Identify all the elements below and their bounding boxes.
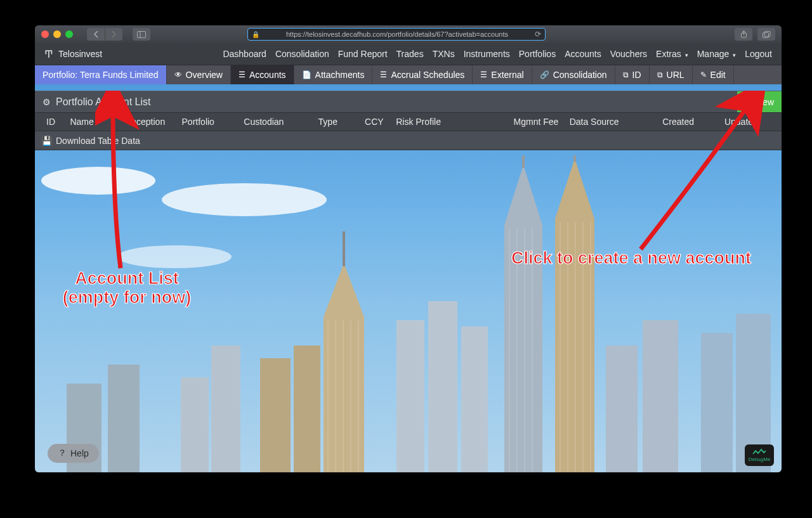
background-skyline-image <box>35 155 782 472</box>
copy-icon: ⧉ <box>657 70 663 79</box>
tab-url[interactable]: ⧉ URL <box>650 65 693 84</box>
svg-rect-10 <box>181 377 209 472</box>
col-updated[interactable]: Updated <box>719 117 775 127</box>
nav-logout[interactable]: Logout <box>745 49 772 59</box>
tab-consolidation[interactable]: 🔗 Consolidation <box>532 65 615 84</box>
brand-icon: Ͳ <box>44 48 53 60</box>
chevron-down-icon: ▾ <box>685 52 688 58</box>
minimize-window-button[interactable] <box>53 30 61 38</box>
url-bar[interactable]: 🔒 https://telosinvest.decafhub.com/portf… <box>247 28 546 41</box>
help-label: Help <box>70 448 89 458</box>
col-mgmnt-fee[interactable]: Mgmnt Fee <box>509 117 565 127</box>
nav-consolidation[interactable]: Consolidation <box>275 49 329 59</box>
col-type[interactable]: Type <box>313 117 360 127</box>
tab-accounts[interactable]: ☰ Accounts <box>231 65 294 84</box>
back-button[interactable] <box>87 28 105 41</box>
table-header-row: ID Name Inception Portfolio Custodian Ty… <box>35 112 782 131</box>
svg-marker-13 <box>324 263 364 317</box>
col-portfolio[interactable]: Portfolio <box>177 117 239 127</box>
portfolio-title-tab[interactable]: Portfolio: Terra Funds Limited <box>35 65 167 84</box>
nav-manage[interactable]: Manage ▾ <box>697 49 736 59</box>
col-inception[interactable]: Inception <box>124 117 176 127</box>
svg-marker-21 <box>504 165 542 225</box>
nav-extras[interactable]: Extras ▾ <box>656 49 688 59</box>
svg-point-7 <box>117 245 232 268</box>
content-area: Portfolio: Terra Funds Limited 👁 Overvie… <box>35 65 782 472</box>
svg-rect-27 <box>643 320 678 472</box>
svg-rect-23 <box>555 219 594 472</box>
file-icon: 📄 <box>302 70 311 79</box>
edit-icon: ✎ <box>700 70 707 79</box>
nav-vouchers[interactable]: Vouchers <box>610 49 647 59</box>
nav-portfolios[interactable]: Portfolios <box>519 49 556 59</box>
svg-rect-4 <box>764 31 770 36</box>
list-icon: ☰ <box>380 70 387 79</box>
tab-id[interactable]: ⧉ ID <box>615 65 650 84</box>
col-id[interactable]: ID <box>41 117 65 127</box>
nav-button-group <box>87 28 122 41</box>
svg-rect-26 <box>606 346 638 472</box>
download-label: Download Table Data <box>56 136 140 146</box>
svg-rect-12 <box>324 317 364 472</box>
brand[interactable]: Ͳ Telosinvest <box>44 48 102 60</box>
nav-dashboard[interactable]: Dashboard <box>223 49 266 59</box>
list-icon: ☰ <box>480 70 487 79</box>
lock-icon: 🔒 <box>252 31 259 38</box>
help-button[interactable]: ？ Help <box>48 444 99 463</box>
svg-rect-28 <box>701 333 733 472</box>
svg-rect-15 <box>260 358 291 472</box>
tabs-button[interactable] <box>757 28 775 41</box>
nav-accounts[interactable]: Accounts <box>565 49 601 59</box>
svg-point-5 <box>41 167 155 195</box>
plus-icon: ＋ <box>745 96 754 108</box>
account-list-panel: ⚙ Portfolio Account List ＋ New ID Name I… <box>35 91 782 150</box>
forward-button[interactable] <box>105 28 122 41</box>
panel-title: Portfolio Account List <box>56 96 150 108</box>
tab-edit[interactable]: ✎ Edit <box>693 65 734 84</box>
svg-rect-11 <box>211 346 240 472</box>
app-navbar: Ͳ Telosinvest Dashboard Consolidation Fu… <box>35 43 782 65</box>
nav-instruments[interactable]: Instruments <box>464 49 510 59</box>
svg-marker-24 <box>555 159 594 219</box>
debugme-widget[interactable]: DebugMe <box>745 444 774 466</box>
debugme-icon <box>752 448 766 456</box>
nav-trades[interactable]: Trades <box>396 49 424 59</box>
share-button[interactable] <box>735 28 752 41</box>
close-window-button[interactable] <box>41 30 49 38</box>
nav-txns[interactable]: TXNs <box>433 49 455 59</box>
tab-attachments[interactable]: 📄 Attachments <box>294 65 373 84</box>
col-ccy[interactable]: CCY <box>360 117 391 127</box>
col-data-source[interactable]: Data Source <box>565 117 657 127</box>
download-table-data-button[interactable]: 💾 Download Table Data <box>35 131 782 150</box>
browser-window: 🔒 https://telosinvest.decafhub.com/portf… <box>35 25 782 472</box>
question-icon: ？ <box>58 448 67 459</box>
col-name[interactable]: Name <box>65 117 124 127</box>
browser-toolbar: 🔒 https://telosinvest.decafhub.com/portf… <box>35 25 782 43</box>
svg-rect-14 <box>343 231 345 266</box>
main-nav: Dashboard Consolidation Fund Report Trad… <box>223 49 772 59</box>
url-text: https://telosinvest.decafhub.com/portfol… <box>263 30 531 38</box>
col-created[interactable]: Created <box>657 117 719 127</box>
reload-icon[interactable]: ⟳ <box>535 30 541 39</box>
svg-rect-17 <box>396 320 424 472</box>
zoom-window-button[interactable] <box>65 30 73 38</box>
col-custodian[interactable]: Custodian <box>239 117 313 127</box>
new-account-button[interactable]: ＋ New <box>737 91 782 112</box>
nav-fund-report[interactable]: Fund Report <box>338 49 388 59</box>
svg-rect-22 <box>522 155 525 168</box>
panel-header: ⚙ Portfolio Account List ＋ New <box>35 91 782 112</box>
svg-rect-16 <box>294 346 320 472</box>
svg-rect-3 <box>763 32 768 37</box>
save-icon: 💾 <box>41 136 52 146</box>
list-icon: ☰ <box>239 70 246 79</box>
sidebar-toggle-button[interactable] <box>133 28 150 41</box>
eye-icon: 👁 <box>174 70 182 79</box>
tab-external[interactable]: ☰ External <box>473 65 532 84</box>
tab-overview[interactable]: 👁 Overview <box>167 65 231 84</box>
tab-accrual-schedules[interactable]: ☰ Accrual Schedules <box>372 65 473 84</box>
svg-rect-9 <box>108 365 140 472</box>
col-risk-profile[interactable]: Risk Profile <box>391 117 508 127</box>
portfolio-title-text: Portfolio: Terra Funds Limited <box>43 70 159 80</box>
copy-icon: ⧉ <box>623 70 629 79</box>
svg-rect-25 <box>573 155 576 162</box>
